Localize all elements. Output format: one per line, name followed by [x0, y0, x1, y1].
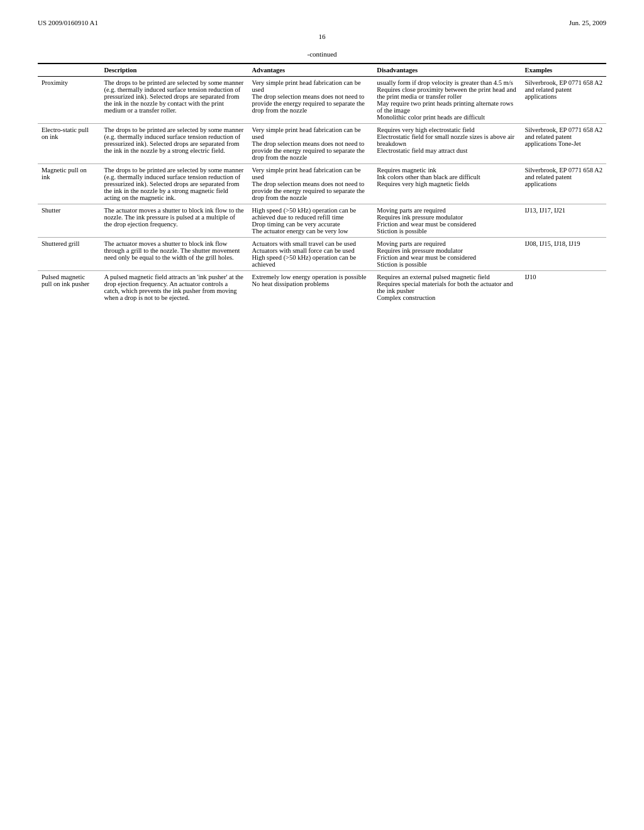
row-disadvantages: Requires very high electrostatic fieldEl…: [373, 124, 521, 164]
row-description: The drops to be printed are selected by …: [100, 124, 248, 164]
row-advantages: Very simple print head fabrication can b…: [248, 124, 373, 164]
patent-date: Jun. 25, 2009: [569, 19, 606, 26]
table-row: ShutterThe actuator moves a shutter to b…: [38, 204, 606, 238]
table-row: ProximityThe drops to be printed are sel…: [38, 77, 606, 124]
row-disadvantages: Moving parts are requiredRequires ink pr…: [373, 204, 521, 238]
row-description: A pulsed magnetic field attracts an 'ink…: [100, 271, 248, 304]
col-header-description: Description: [100, 64, 248, 77]
row-examples: Silverbrook, EP 0771 658 A2 and related …: [521, 77, 606, 124]
col-header-examples: Examples: [521, 64, 606, 77]
table-header-row: Description Advantages Disadvantages Exa…: [38, 64, 606, 77]
row-disadvantages: Moving parts are requiredRequires ink pr…: [373, 238, 521, 271]
page: US 2009/0160910 A1 Jun. 25, 2009 16 -con…: [0, 0, 644, 830]
row-advantages: Actuators with small travel can be usedA…: [248, 238, 373, 271]
row-disadvantages: Requires magnetic inkInk colors other th…: [373, 164, 521, 204]
row-advantages: Very simple print head fabrication can b…: [248, 164, 373, 204]
row-label: Shutter: [38, 204, 100, 238]
col-header-label: [38, 64, 100, 77]
col-header-advantages: Advantages: [248, 64, 373, 77]
patent-number: US 2009/0160910 A1: [38, 19, 98, 26]
row-examples: Silverbrook, EP 0771 658 A2 and related …: [521, 124, 606, 164]
row-disadvantages: Requires an external pulsed magnetic fie…: [373, 271, 521, 304]
row-examples: IJ13, IJ17, IJ21: [521, 204, 606, 238]
row-description: The actuator moves a shutter to block in…: [100, 238, 248, 271]
patent-table: Description Advantages Disadvantages Exa…: [38, 63, 606, 304]
row-label: Proximity: [38, 77, 100, 124]
row-advantages: High speed (>50 kHz) operation can be ac…: [248, 204, 373, 238]
row-label: Pulsed magnetic pull on ink pusher: [38, 271, 100, 304]
row-examples: IJ08, IJ15, IJ18, IJ19: [521, 238, 606, 271]
table-row: Pulsed magnetic pull on ink pusherA puls…: [38, 271, 606, 304]
page-number: 16: [38, 33, 606, 40]
row-examples: IJ10: [521, 271, 606, 304]
row-description: The drops to be printed are selected by …: [100, 164, 248, 204]
table-row: Shuttered grillThe actuator moves a shut…: [38, 238, 606, 271]
row-description: The actuator moves a shutter to block in…: [100, 204, 248, 238]
row-advantages: Extremely low energy operation is possib…: [248, 271, 373, 304]
continued-label: -continued: [38, 50, 606, 58]
row-examples: Silverbrook, EP 0771 658 A2 and related …: [521, 164, 606, 204]
table-row: Electro-static pull on inkThe drops to b…: [38, 124, 606, 164]
row-description: The drops to be printed are selected by …: [100, 77, 248, 124]
row-advantages: Very simple print head fabrication can b…: [248, 77, 373, 124]
row-label: Shuttered grill: [38, 238, 100, 271]
row-label: Electro-static pull on ink: [38, 124, 100, 164]
col-header-disadvantages: Disadvantages: [373, 64, 521, 77]
table-row: Magnetic pull on inkThe drops to be prin…: [38, 164, 606, 204]
page-header: US 2009/0160910 A1 Jun. 25, 2009: [38, 19, 606, 26]
row-label: Magnetic pull on ink: [38, 164, 100, 204]
row-disadvantages: usually form if drop velocity is greater…: [373, 77, 521, 124]
